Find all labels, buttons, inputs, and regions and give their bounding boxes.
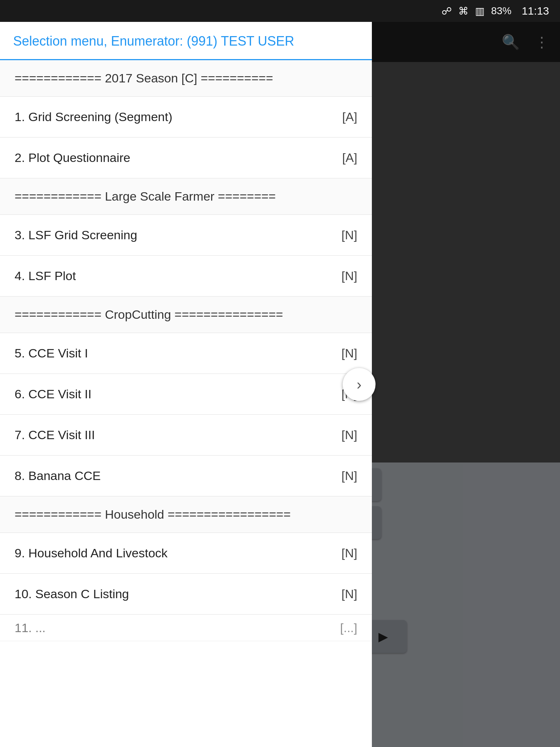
- menu-item-6-label: 6. CCE Visit II: [15, 387, 92, 401]
- menu-item-10-status: [N]: [342, 587, 357, 601]
- menu-item-10[interactable]: 10. Season C Listing [N]: [0, 574, 372, 615]
- menu-item-1-status: [A]: [342, 110, 357, 124]
- menu-item-4-label: 4. LSF Plot: [15, 269, 76, 283]
- section-2017-season: ============ 2017 Season [C] ==========: [0, 60, 372, 97]
- menu-item-11-label: 11. ...: [15, 621, 46, 635]
- menu-item-2-label: 2. Plot Questionnaire: [15, 151, 131, 165]
- menu-item-11-status: [...]: [340, 621, 357, 635]
- next-arrow-button[interactable]: ›: [343, 368, 376, 401]
- menu-item-8-status: [N]: [342, 469, 357, 483]
- menu-item-6[interactable]: 6. CCE Visit II [N]: [0, 374, 372, 415]
- menu-item-2[interactable]: 2. Plot Questionnaire [A]: [0, 138, 372, 178]
- menu-item-7-label: 7. CCE Visit III: [15, 428, 95, 442]
- status-time: 11:13: [522, 5, 549, 17]
- menu-item-7[interactable]: 7. CCE Visit III [N]: [0, 415, 372, 456]
- menu-item-8-label: 8. Banana CCE: [15, 469, 101, 483]
- section-household: ============ Household =================: [0, 496, 372, 533]
- menu-item-3-status: [N]: [342, 228, 357, 242]
- menu-item-3-label: 3. LSF Grid Screening: [15, 228, 137, 242]
- dialog-overlay: Selection menu, Enumerator: (991) TEST U…: [0, 22, 560, 747]
- menu-item-9-status: [N]: [342, 546, 357, 560]
- signal-icon: ▥: [475, 5, 485, 17]
- menu-item-11[interactable]: 11. ... [...]: [0, 615, 372, 641]
- menu-item-9-label: 9. Household And Livestock: [15, 546, 168, 560]
- menu-item-5-status: [N]: [342, 346, 357, 360]
- menu-item-5-label: 5. CCE Visit I: [15, 346, 88, 360]
- menu-item-4[interactable]: 4. LSF Plot [N]: [0, 256, 372, 297]
- status-icons: ☍ ⌘ ▥ 83% 11:13: [442, 5, 549, 17]
- menu-item-4-status: [N]: [342, 269, 357, 283]
- menu-item-1[interactable]: 1. Grid Screening (Segment) [A]: [0, 97, 372, 138]
- menu-item-2-status: [A]: [342, 151, 357, 165]
- menu-item-8[interactable]: 8. Banana CCE [N]: [0, 456, 372, 496]
- battery-percent: 83%: [491, 5, 512, 17]
- dialog-header: Selection menu, Enumerator: (991) TEST U…: [0, 22, 372, 60]
- menu-item-5[interactable]: 5. CCE Visit I [N]: [0, 333, 372, 374]
- wifi-icon: ⌘: [458, 5, 468, 17]
- dialog-title: Selection menu, Enumerator: (991) TEST U…: [13, 34, 359, 49]
- dialog-list[interactable]: ============ 2017 Season [C] ========== …: [0, 60, 372, 747]
- section-lsf: ============ Large Scale Farmer ========: [0, 178, 372, 215]
- bluetooth-icon: ☍: [442, 5, 452, 17]
- menu-item-1-label: 1. Grid Screening (Segment): [15, 110, 172, 124]
- status-bar: ☍ ⌘ ▥ 83% 11:13: [0, 0, 560, 22]
- selection-menu-dialog: Selection menu, Enumerator: (991) TEST U…: [0, 22, 372, 747]
- section-cropcutting: ============ CropCutting ===============: [0, 297, 372, 333]
- menu-item-7-status: [N]: [342, 428, 357, 442]
- menu-item-9[interactable]: 9. Household And Livestock [N]: [0, 533, 372, 574]
- menu-item-3[interactable]: 3. LSF Grid Screening [N]: [0, 215, 372, 256]
- menu-item-10-label: 10. Season C Listing: [15, 587, 129, 601]
